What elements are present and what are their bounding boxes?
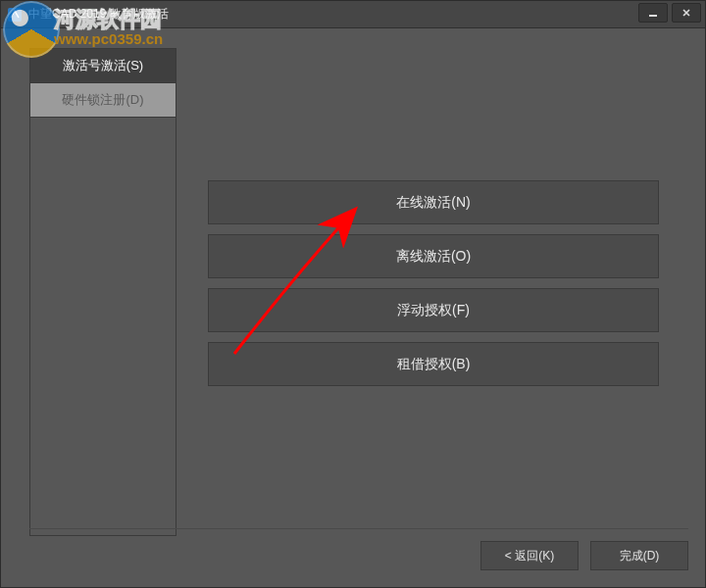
title-bar: 中望CAD 2019 教育版激活 [1,1,705,28]
option-offline-activate[interactable]: 离线激活(O) [208,234,659,278]
option-label: 浮动授权(F) [397,302,470,319]
option-label: 离线激活(O) [396,248,471,266]
body-area: 激活号激活(S) 硬件锁注册(D) 在线激活(N) 离线激活(O) 浮动授权(F… [2,28,704,586]
option-online-activate[interactable]: 在线激活(N) [208,180,659,224]
app-icon [7,7,23,23]
window-title: 中望CAD 2019 教育版激活 [28,6,169,23]
option-rental-license[interactable]: 租借授权(B) [208,342,659,386]
separator [29,528,688,529]
button-label: < 返回(K) [505,548,554,564]
option-label: 在线激活(N) [396,194,470,212]
sidebar-tab-activation-code[interactable]: 激活号激活(S) [30,49,176,83]
window-controls [638,1,705,27]
sidebar-tab-hardware-lock[interactable]: 硬件锁注册(D) [30,83,176,118]
option-floating-license[interactable]: 浮动授权(F) [208,288,659,332]
close-button[interactable] [672,3,701,23]
back-button[interactable]: < 返回(K) [480,541,579,570]
button-label: 完成(D) [620,548,660,564]
sidebar-tab-label: 激活号激活(S) [63,57,143,74]
activation-options: 在线激活(N) 离线激活(O) 浮动授权(F) 租借授权(B) [208,180,659,396]
window-frame: 中望CAD 2019 教育版激活 激活号激活(S) 硬件锁注册(D) 在线激活(… [0,0,706,588]
minimize-button[interactable] [638,3,668,23]
footer: < 返回(K) 完成(D) [480,541,688,570]
finish-button[interactable]: 完成(D) [590,541,688,570]
sidebar: 激活号激活(S) 硬件锁注册(D) [29,48,176,536]
sidebar-tab-label: 硬件锁注册(D) [62,91,143,109]
option-label: 租借授权(B) [397,356,471,373]
svg-rect-1 [649,15,657,17]
